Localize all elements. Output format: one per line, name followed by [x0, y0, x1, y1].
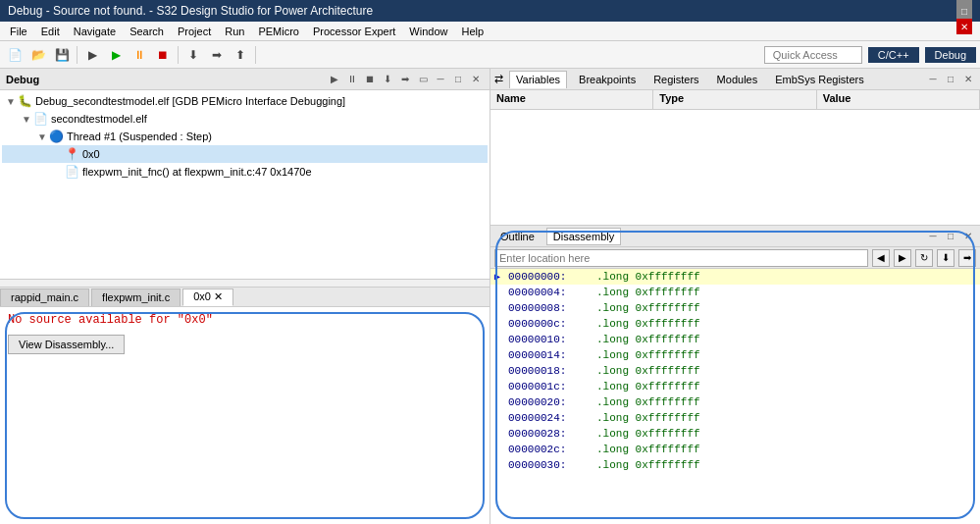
debug-minimize-btn[interactable]: ─ — [433, 72, 448, 87]
disasm-nav-back[interactable]: ◀ — [872, 249, 890, 267]
menu-edit[interactable]: Edit — [35, 24, 66, 39]
disasm-row-9[interactable]: 00000024: .long 0xffffffff — [490, 410, 980, 426]
toolbar-sep-3 — [255, 46, 256, 64]
toolbar-debug-button[interactable]: Debug — [925, 47, 976, 63]
disasm-row-6[interactable]: 00000018: .long 0xffffffff — [490, 363, 980, 379]
debug-suspend-btn[interactable]: ⏸ — [344, 72, 360, 87]
vars-maximize-btn[interactable]: □ — [943, 72, 958, 87]
disasm-maximize-btn[interactable]: □ — [943, 229, 958, 244]
toolbar-stop[interactable]: ⏹ — [152, 44, 174, 66]
debug-stop-btn[interactable]: ⏹ — [362, 72, 378, 87]
toolbar-stepover[interactable]: ➡ — [206, 44, 228, 66]
tab-flexpwm-init[interactable]: flexpwm_init.c — [91, 288, 181, 306]
menu-search[interactable]: Search — [124, 24, 170, 39]
menu-window[interactable]: Window — [403, 24, 453, 39]
title-bar: Debug - Source not found. - S32 Design S… — [0, 0, 980, 22]
disasm-refresh[interactable]: ↻ — [915, 249, 933, 267]
tab-0x0[interactable]: 0x0 ✕ — [182, 288, 233, 306]
main-layout: Debug ▶ ⏸ ⏹ ⬇ ➡ ▭ ─ □ ✕ ▼ 🐛 Debug_seco — [0, 69, 980, 524]
disasm-row-11[interactable]: 0000002c: .long 0xffffffff — [490, 442, 980, 457]
toolbar-stepreturn[interactable]: ⬆ — [230, 44, 251, 66]
menu-file[interactable]: File — [4, 24, 33, 39]
toolbar-open[interactable]: 📂 — [27, 44, 49, 66]
disasm-row-3[interactable]: 0000000c: .long 0xffffffff — [490, 316, 980, 332]
disasm-instr-9: .long 0xffffffff — [596, 412, 700, 424]
tree-item-0[interactable]: ▼ 🐛 Debug_secondtestmodel.elf [GDB PEMic… — [2, 92, 488, 110]
tab-registers[interactable]: Registers — [647, 71, 704, 88]
tree-item-4[interactable]: 📄 flexpwm_init_fnc() at flexpwm_init.c:4… — [2, 163, 488, 181]
tab-outline[interactable]: Outline — [494, 228, 541, 245]
debug-resume-btn[interactable]: ▶ — [327, 72, 342, 87]
vars-close-btn[interactable]: ✕ — [960, 72, 976, 87]
debug-stepinto-btn[interactable]: ⬇ — [380, 72, 395, 87]
col-name: Name — [490, 90, 653, 109]
disasm-row-0[interactable]: ▶ 00000000: .long 0xffffffff — [490, 269, 980, 285]
disasm-current-arrow: ▶ — [494, 271, 508, 283]
tree-arrow-0: ▼ — [6, 96, 18, 107]
menu-navigate[interactable]: Navigate — [68, 24, 122, 39]
debug-view-title: Debug — [6, 74, 39, 85]
variables-tabs-bar: ⇄ Variables Breakpoints Registers Module… — [490, 69, 980, 90]
disasm-instruction-over[interactable]: ➡ — [958, 249, 976, 267]
disasm-close-btn[interactable]: ✕ — [960, 229, 976, 244]
tab-variables[interactable]: Variables — [509, 71, 567, 88]
disasm-nav-forward[interactable]: ▶ — [894, 249, 911, 267]
disasm-row-2[interactable]: 00000008: .long 0xffffffff — [490, 300, 980, 316]
debug-stepover-btn[interactable]: ➡ — [397, 72, 413, 87]
tab-rappid-main[interactable]: rappid_main.c — [0, 288, 89, 306]
tree-arrow-2: ▼ — [37, 131, 49, 142]
debug-collapse-btn[interactable]: ▭ — [415, 72, 431, 87]
vars-minimize-btn[interactable]: ─ — [925, 72, 941, 87]
tree-item-1[interactable]: ▼ 📄 secondtestmodel.elf — [2, 110, 488, 128]
disasm-row-8[interactable]: 00000020: .long 0xffffffff — [490, 394, 980, 410]
disasm-minimize-btn[interactable]: ─ — [925, 229, 941, 244]
disasm-instr-1: .long 0xffffffff — [596, 287, 700, 298]
toolbar-new[interactable]: 📄 — [4, 44, 26, 66]
tab-embsys-registers[interactable]: EmbSys Registers — [769, 71, 869, 88]
menu-processor-expert[interactable]: Processor Expert — [307, 24, 401, 39]
quick-access-input[interactable] — [764, 46, 862, 64]
maximize-button[interactable]: □ — [956, 3, 972, 19]
toolbar-resume[interactable]: ▶ — [105, 44, 127, 66]
tree-icon-thread: 🔵 — [49, 130, 65, 143]
disasm-row-7[interactable]: 0000001c: .long 0xffffffff — [490, 379, 980, 394]
disasm-row-10[interactable]: 00000028: .long 0xffffffff — [490, 426, 980, 442]
title-controls: ─ □ ✕ — [956, 0, 972, 34]
disasm-row-4[interactable]: 00000010: .long 0xffffffff — [490, 332, 980, 347]
menu-bar: File Edit Navigate Search Project Run PE… — [0, 22, 980, 41]
disasm-instruction-step[interactable]: ⬇ — [937, 249, 954, 267]
toolbar-save[interactable]: 💾 — [51, 44, 73, 66]
menu-project[interactable]: Project — [172, 24, 217, 39]
toolbar-debug[interactable]: ▶ — [81, 44, 103, 66]
close-button[interactable]: ✕ — [956, 19, 972, 34]
disasm-location-input[interactable] — [494, 249, 868, 267]
tree-item-2[interactable]: ▼ 🔵 Thread #1 (Suspended : Step) — [2, 128, 488, 145]
menu-run[interactable]: Run — [219, 24, 250, 39]
tree-icon-1: 📄 — [33, 112, 49, 126]
tab-modules[interactable]: Modules — [711, 71, 764, 88]
debug-maximize-btn[interactable]: □ — [450, 72, 466, 87]
view-disassembly-button[interactable]: View Disassembly... — [8, 335, 125, 354]
disasm-instr-7: .long 0xffffffff — [596, 381, 700, 393]
no-source-text: No source available for "0x0" — [8, 313, 482, 327]
disasm-row-1[interactable]: 00000004: .long 0xffffffff — [490, 285, 980, 300]
tab-disassembly[interactable]: Disassembly — [546, 228, 621, 245]
variables-actions: ─ □ ✕ — [925, 72, 976, 87]
tab-breakpoints[interactable]: Breakpoints — [573, 71, 642, 88]
toolbar-sep-1 — [77, 46, 77, 64]
disasm-addr-5: 00000014: — [508, 349, 596, 361]
disasm-instr-3: .long 0xffffffff — [596, 318, 700, 330]
tree-item-3[interactable]: 📍 0x0 — [2, 145, 488, 163]
debug-scrollbar[interactable] — [0, 279, 490, 287]
toolbar-stepinto[interactable]: ⬇ — [182, 44, 204, 66]
toolbar-suspend[interactable]: ⏸ — [129, 44, 150, 66]
disasm-actions: ─ □ ✕ — [925, 229, 976, 244]
right-panel: ⇄ Variables Breakpoints Registers Module… — [490, 69, 980, 524]
menu-pemicro[interactable]: PEMicro — [252, 24, 305, 39]
debug-close-btn[interactable]: ✕ — [468, 72, 484, 87]
disasm-row-12[interactable]: 00000030: .long 0xffffffff — [490, 457, 980, 473]
variables-table-header: Name Type Value — [490, 90, 980, 110]
disasm-row-5[interactable]: 00000014: .long 0xffffffff — [490, 347, 980, 363]
menu-help[interactable]: Help — [455, 24, 490, 39]
toolbar-cpp-button[interactable]: C/C++ — [868, 47, 919, 63]
